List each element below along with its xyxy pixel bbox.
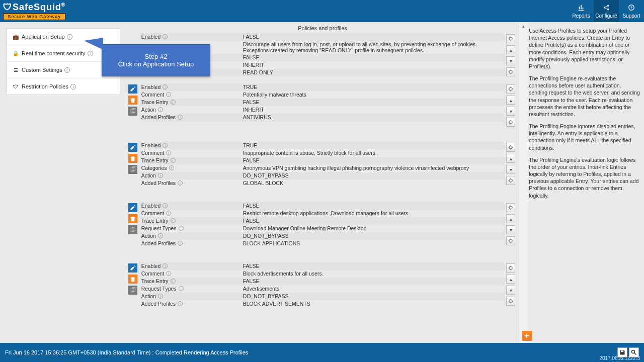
field-value: FALSE xyxy=(241,278,505,285)
info-icon[interactable]: i xyxy=(178,301,183,306)
field-label: Added Profilesi xyxy=(140,114,241,121)
locate-button[interactable] xyxy=(506,203,515,212)
locate-button[interactable] xyxy=(506,143,515,152)
entries-list: EnablediFALSEDiscourage all users from l… xyxy=(126,33,519,343)
info-icon[interactable]: i xyxy=(158,233,163,238)
field-value: Block advertisements for all users. xyxy=(241,270,505,277)
field-value: Advertisements xyxy=(241,285,505,292)
locate-button[interactable] xyxy=(506,84,515,94)
search-icon xyxy=(631,349,637,355)
info-icon[interactable]: i xyxy=(171,158,176,163)
info-icon[interactable]: i xyxy=(158,173,163,178)
info-icon[interactable]: i xyxy=(166,271,171,276)
scroll-up-icon[interactable]: ▴ xyxy=(519,22,528,30)
info-icon[interactable]: i xyxy=(163,203,168,208)
move-up-button[interactable]: ▴ xyxy=(506,45,515,54)
field-row: CommentiInappropriate content is abuse, … xyxy=(140,149,505,157)
field-value: Discourage all users from log in, post, … xyxy=(241,41,505,54)
info-icon[interactable]: i xyxy=(70,84,76,89)
shield-icon: 🛡 xyxy=(13,83,19,89)
locate-button[interactable] xyxy=(506,236,515,245)
info-icon[interactable]: i xyxy=(166,211,171,216)
field-value: Potentially malware threats xyxy=(241,91,505,98)
field-row: EnablediFALSE xyxy=(140,33,505,41)
sidebar-item-label: Custom Settings xyxy=(22,67,62,73)
nav-reports[interactable]: Reports xyxy=(569,0,594,22)
clone-button[interactable] xyxy=(128,165,137,174)
nav-configure[interactable]: Configure xyxy=(594,0,619,22)
field-value: TRUE xyxy=(241,142,505,149)
help-text: The Profiling Engine re-evaluates the co… xyxy=(529,75,641,118)
policy-entry: EnablediTRUECommentiInappropriate conten… xyxy=(128,142,517,187)
delete-button[interactable] xyxy=(128,214,137,223)
delete-button[interactable] xyxy=(128,275,137,284)
info-icon[interactable]: i xyxy=(178,115,183,120)
info-icon[interactable]: i xyxy=(88,51,93,56)
info-icon[interactable]: i xyxy=(67,34,72,40)
locate-button[interactable] xyxy=(506,118,515,127)
info-icon[interactable]: i xyxy=(163,84,168,89)
field-value: DO_NOT_BYPASS xyxy=(241,172,505,179)
info-icon[interactable]: i xyxy=(158,107,163,112)
clone-button[interactable] xyxy=(128,225,137,234)
info-icon[interactable]: i xyxy=(163,34,168,39)
hint-callout: Step #2 Click on Application Setup xyxy=(102,44,210,76)
field-label: Trace Entryi xyxy=(140,278,241,285)
nav-support[interactable]: ? Support xyxy=(619,0,644,22)
info-icon[interactable]: i xyxy=(158,294,163,299)
move-up-button[interactable]: ▴ xyxy=(506,154,515,163)
field-value: INHERIT xyxy=(241,61,505,68)
delete-button[interactable] xyxy=(128,96,137,105)
locate-button[interactable] xyxy=(506,297,515,306)
clone-button[interactable] xyxy=(128,107,137,116)
locate-button[interactable] xyxy=(506,34,515,43)
sidebar-item-restriction[interactable]: 🛡 Restriction Policies i xyxy=(7,78,120,95)
move-up-button[interactable]: ▴ xyxy=(506,214,515,223)
edit-button[interactable] xyxy=(128,203,137,212)
field-value: ANTIVIRUS xyxy=(241,114,505,121)
field-value: FALSE xyxy=(241,33,505,40)
svg-point-22 xyxy=(509,300,512,303)
info-icon[interactable]: i xyxy=(169,165,174,170)
info-icon[interactable]: i xyxy=(171,100,176,105)
move-down-button[interactable]: ▾ xyxy=(506,165,515,174)
info-icon[interactable]: i xyxy=(163,263,168,268)
info-icon[interactable]: i xyxy=(178,180,183,186)
info-icon[interactable]: i xyxy=(178,241,183,246)
page-title: Policies and profiles xyxy=(126,22,519,33)
locate-button[interactable] xyxy=(506,263,515,273)
info-icon[interactable]: i xyxy=(64,67,70,73)
info-icon[interactable]: i xyxy=(166,92,171,97)
field-row: CommentiRestrict remote desktop applicat… xyxy=(140,210,505,217)
info-icon[interactable]: i xyxy=(163,143,168,148)
field-row: ActioniDO_NOT_BYPASS xyxy=(140,172,505,179)
info-icon[interactable]: i xyxy=(171,218,176,223)
locate-button[interactable] xyxy=(506,176,515,185)
policy-entry: EnablediFALSECommentiRestrict remote des… xyxy=(128,202,517,247)
delete-button[interactable] xyxy=(128,154,137,163)
move-down-button[interactable]: ▾ xyxy=(506,56,515,65)
move-up-button[interactable]: ▴ xyxy=(506,275,515,284)
info-icon[interactable]: i xyxy=(179,286,184,291)
locate-button[interactable] xyxy=(506,67,515,76)
move-down-button[interactable]: ▾ xyxy=(506,286,515,295)
sliders-icon: ☰ xyxy=(13,67,19,73)
info-icon[interactable]: i xyxy=(179,226,184,231)
scrollbar[interactable]: ▴ ▾ xyxy=(519,22,528,343)
brand-name: 🛡SafeSquid® xyxy=(3,2,65,13)
edit-button[interactable] xyxy=(128,263,137,273)
field-row: EnablediFALSE xyxy=(140,262,505,270)
move-up-button[interactable]: ▴ xyxy=(506,96,515,105)
field-label: Request Typesi xyxy=(140,285,241,292)
version-label: 2017.0616.1222.3 xyxy=(599,355,640,361)
add-entry-button[interactable]: + xyxy=(522,331,532,341)
clone-button[interactable] xyxy=(128,286,137,295)
move-down-button[interactable]: ▾ xyxy=(506,107,515,116)
field-label: Enabledi xyxy=(140,33,241,40)
field-value: BLOCK APPLICATIONS xyxy=(241,240,505,247)
edit-button[interactable] xyxy=(128,143,137,152)
edit-button[interactable] xyxy=(128,84,137,94)
info-icon[interactable]: i xyxy=(166,150,171,155)
info-icon[interactable]: i xyxy=(171,279,176,284)
move-down-button[interactable]: ▾ xyxy=(506,225,515,234)
